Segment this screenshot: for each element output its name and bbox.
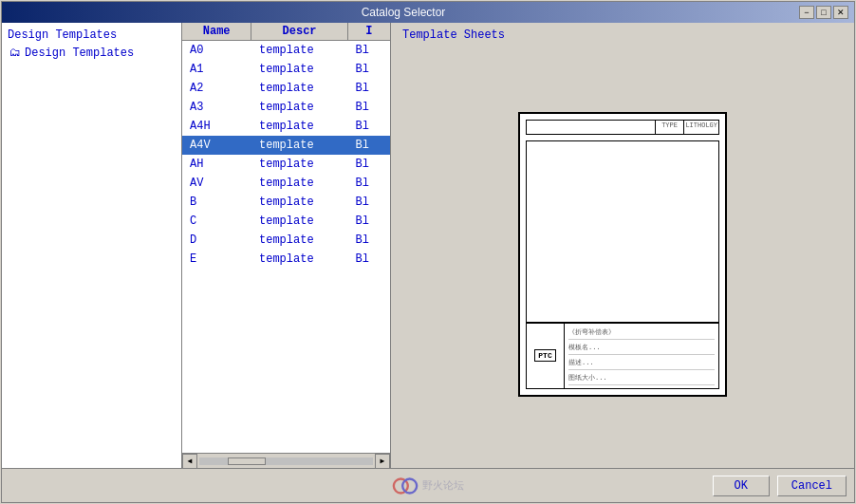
cell-descr: template xyxy=(251,81,348,96)
preview-area: TYPE LITHOLGY PTC 《折弯补偿表》 模板名... xyxy=(395,44,850,464)
cell-last: Bl xyxy=(348,62,391,77)
cell-last: Bl xyxy=(348,81,391,96)
tree-item-design-templates[interactable]: 🗂 Design Templates xyxy=(6,44,177,62)
cell-last: Bl xyxy=(348,252,391,267)
bottom-bar: 野火论坛 OK Cancel xyxy=(2,468,854,502)
horizontal-scrollbar[interactable]: ◀ ▶ xyxy=(182,453,390,468)
minimize-button[interactable]: − xyxy=(799,6,814,19)
cell-last: Bl xyxy=(348,176,391,191)
cell-last: Bl xyxy=(348,119,391,134)
table-row[interactable]: CtemplateBl xyxy=(182,212,390,231)
drawing-header: TYPE LITHOLGY xyxy=(526,120,719,135)
scroll-track[interactable] xyxy=(199,457,373,465)
cell-name: A3 xyxy=(182,100,251,115)
title-field-2: 模板名... xyxy=(568,342,715,355)
cell-name: AH xyxy=(182,157,251,172)
scroll-left-button[interactable]: ◀ xyxy=(182,454,197,469)
cell-name: E xyxy=(182,252,251,267)
table-row[interactable]: BtemplateBl xyxy=(182,193,390,212)
table-row[interactable]: AVtemplateBl xyxy=(182,174,390,193)
cell-descr: template xyxy=(251,233,348,248)
ok-button[interactable]: OK xyxy=(713,476,770,496)
cell-name: B xyxy=(182,195,251,210)
title-block: PTC 《折弯补偿表》 模板名... 描述... 图纸大小... xyxy=(526,323,719,389)
cell-name: AV xyxy=(182,176,251,191)
tree-item-label: Design Templates xyxy=(25,47,134,60)
cell-last: Bl xyxy=(348,138,391,153)
title-field-4: 图纸大小... xyxy=(568,372,715,385)
cell-name: A2 xyxy=(182,81,251,96)
cell-name: A4V xyxy=(182,138,251,153)
col-header-descr: Descr xyxy=(251,23,348,40)
cell-descr: template xyxy=(251,214,348,229)
ptc-logo: PTC xyxy=(534,349,555,362)
cell-descr: template xyxy=(251,100,348,115)
title-bar: Catalog Selector − □ ✕ xyxy=(2,2,854,23)
table-row[interactable]: A4HtemplateBl xyxy=(182,117,390,136)
cell-last: Bl xyxy=(348,195,391,210)
scroll-right-button[interactable]: ▶ xyxy=(375,454,390,469)
main-content: Design Templates 🗂 Design Templates Name… xyxy=(2,23,854,468)
cell-name: A1 xyxy=(182,62,251,77)
header-col-2: LITHOLGY xyxy=(684,121,718,134)
ptc-logo-box: PTC xyxy=(527,324,565,388)
title-buttons: − □ ✕ xyxy=(799,6,848,19)
cell-descr: template xyxy=(251,62,348,77)
drawing-inner-area xyxy=(526,140,719,323)
col-header-name: Name xyxy=(182,23,251,40)
cell-name: A0 xyxy=(182,43,251,58)
table-row[interactable]: A4VtemplateBl xyxy=(182,136,390,155)
cancel-button[interactable]: Cancel xyxy=(777,476,847,496)
watermark-text: 野火论坛 xyxy=(422,478,464,493)
cell-last: Bl xyxy=(348,100,391,115)
cell-last: Bl xyxy=(348,157,391,172)
table-body[interactable]: A0templateBlA1templateBlA2templateBlA3te… xyxy=(182,41,390,453)
cell-last: Bl xyxy=(348,43,391,58)
middle-panel: Name Descr I A0templateBlA1templateBlA2t… xyxy=(182,23,391,468)
table-row[interactable]: A1templateBl xyxy=(182,60,390,79)
left-panel-title: Design Templates xyxy=(6,27,177,44)
cell-name: A4H xyxy=(182,119,251,134)
header-col-1: TYPE xyxy=(656,121,685,134)
maximize-button[interactable]: □ xyxy=(816,6,831,19)
main-window: Catalog Selector − □ ✕ Design Templates … xyxy=(1,1,855,503)
watermark: 野火论坛 xyxy=(392,473,464,499)
cell-descr: template xyxy=(251,252,348,267)
cell-name: C xyxy=(182,214,251,229)
table-row[interactable]: DtemplateBl xyxy=(182,231,390,250)
cell-descr: template xyxy=(251,195,348,210)
cell-descr: template xyxy=(251,176,348,191)
header-left xyxy=(527,121,656,134)
col-header-last: I xyxy=(348,23,390,40)
cell-descr: template xyxy=(251,119,348,134)
title-fields: 《折弯补偿表》 模板名... 描述... 图纸大小... xyxy=(565,324,718,388)
cell-name: D xyxy=(182,233,251,248)
left-panel: Design Templates 🗂 Design Templates xyxy=(2,23,182,468)
drawing-preview: TYPE LITHOLGY PTC 《折弯补偿表》 模板名... xyxy=(518,112,727,397)
table-row[interactable]: EtemplateBl xyxy=(182,250,390,269)
table-row[interactable]: AHtemplateBl xyxy=(182,155,390,174)
table-row[interactable]: A3templateBl xyxy=(182,98,390,117)
scroll-thumb[interactable] xyxy=(228,457,266,465)
table-row[interactable]: A0templateBl xyxy=(182,41,390,60)
folder-icon: 🗂 xyxy=(9,46,21,60)
cell-last: Bl xyxy=(348,233,391,248)
table-row[interactable]: A2templateBl xyxy=(182,79,390,98)
cell-descr: template xyxy=(251,157,348,172)
right-panel-title: Template Sheets xyxy=(395,27,850,44)
title-field-3: 描述... xyxy=(568,357,715,370)
svg-point-1 xyxy=(402,478,417,493)
window-title: Catalog Selector xyxy=(8,6,799,19)
cell-last: Bl xyxy=(348,214,391,229)
cell-descr: template xyxy=(251,43,348,58)
header-right: TYPE LITHOLGY xyxy=(656,121,718,134)
watermark-logo-icon xyxy=(392,473,419,499)
cell-descr: template xyxy=(251,138,348,153)
close-button[interactable]: ✕ xyxy=(833,6,848,19)
table-header: Name Descr I xyxy=(182,23,390,41)
right-panel: Template Sheets TYPE LITHOLGY xyxy=(391,23,854,468)
title-field-1: 《折弯补偿表》 xyxy=(568,327,715,340)
